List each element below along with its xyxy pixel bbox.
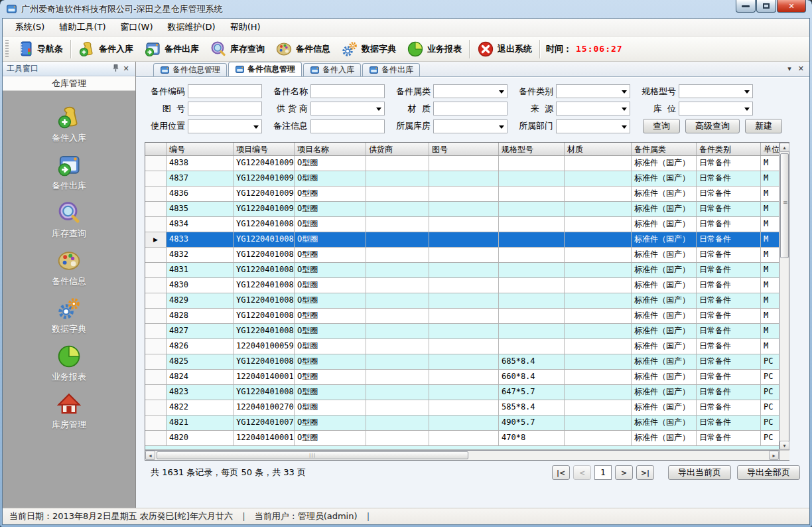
usage-position-select[interactable] bbox=[188, 119, 262, 133]
table-row[interactable]: 4827YG12204010082O型圈标准件（国产）日常备件M bbox=[145, 324, 779, 339]
toolbar-business-report[interactable]: 业务报表 bbox=[401, 38, 467, 60]
drawing-no-input[interactable] bbox=[188, 104, 261, 116]
menu-data-maintain[interactable]: 数据维护(D) bbox=[161, 19, 223, 36]
menu-window[interactable]: 窗口(W) bbox=[113, 19, 161, 36]
row-selector[interactable] bbox=[145, 400, 167, 415]
row-selector[interactable]: ▶ bbox=[145, 232, 167, 247]
spec-model-select[interactable] bbox=[679, 84, 753, 98]
toolbar-stock-query[interactable]: 库存查询 bbox=[204, 38, 270, 60]
close-icon[interactable]: ✕ bbox=[121, 64, 131, 73]
table-row[interactable]: 4831YG12204010086O型圈标准件（国产）日常备件M bbox=[145, 263, 779, 278]
sidebar-item-business-report[interactable]: 业务报表 bbox=[3, 344, 135, 383]
column-header[interactable]: 单位 bbox=[761, 143, 779, 155]
last-page-button[interactable]: >| bbox=[636, 465, 654, 480]
row-selector[interactable] bbox=[145, 278, 167, 293]
warehouse-select[interactable] bbox=[433, 119, 508, 133]
remark-input[interactable] bbox=[310, 119, 385, 133]
export-all-pages-button[interactable]: 导出全部页 bbox=[737, 465, 800, 480]
drawing-no-input[interactable] bbox=[188, 102, 262, 115]
scroll-left-icon[interactable]: ◂ bbox=[145, 451, 155, 460]
row-selector[interactable] bbox=[145, 385, 167, 400]
part-name-input[interactable] bbox=[311, 86, 384, 99]
advanced-query-button[interactable]: 高级查询 bbox=[685, 119, 740, 133]
new-button[interactable]: 新建 bbox=[745, 119, 782, 133]
query-button[interactable]: 查询 bbox=[643, 119, 680, 133]
part-name-input[interactable] bbox=[310, 84, 385, 98]
row-selector[interactable] bbox=[145, 293, 167, 308]
column-header[interactable]: 材质 bbox=[565, 143, 632, 155]
table-row[interactable]: 4832YG12204010087O型圈标准件（国产）日常备件M bbox=[145, 248, 779, 263]
row-selector[interactable] bbox=[145, 339, 167, 354]
row-selector[interactable] bbox=[145, 156, 167, 171]
row-selector[interactable] bbox=[145, 309, 167, 323]
menu-help[interactable]: 帮助(H) bbox=[223, 19, 268, 36]
first-page-button[interactable]: |< bbox=[552, 465, 570, 480]
tab-parts-outbound[interactable]: 备件出库 bbox=[362, 63, 420, 76]
column-header[interactable]: 规格型号 bbox=[499, 143, 565, 155]
horizontal-scrollbar[interactable]: ◂ ||| ▸ bbox=[145, 450, 779, 460]
scroll-down-icon[interactable]: ▾ bbox=[779, 441, 789, 450]
row-selector[interactable] bbox=[145, 370, 167, 384]
tab-parts-info-mgmt-2[interactable]: 备件信息管理 bbox=[228, 62, 302, 76]
table-row[interactable]: 4828YG12204010083O型圈标准件（国产）日常备件M bbox=[145, 309, 779, 324]
row-selector[interactable] bbox=[145, 202, 167, 216]
toolbar-parts-info[interactable]: 备件信息 bbox=[270, 38, 336, 60]
sidebar-item-data-dictionary[interactable]: 数据字典 bbox=[3, 296, 135, 335]
table-row[interactable]: 48201220401400013O型圈470*8标准件（国产）日常备件PC bbox=[145, 431, 779, 446]
location-select[interactable] bbox=[679, 102, 753, 115]
menu-system[interactable]: 系统(S) bbox=[8, 19, 52, 36]
maximize-button[interactable] bbox=[756, 0, 776, 13]
vertical-scrollbar[interactable]: ▴ ▾ bbox=[779, 143, 789, 460]
remark-input[interactable] bbox=[311, 121, 384, 133]
column-header[interactable]: 项目编号 bbox=[234, 143, 295, 155]
row-selector[interactable] bbox=[145, 324, 167, 339]
column-header[interactable]: 供货商 bbox=[366, 143, 429, 155]
part-code-input[interactable] bbox=[188, 86, 261, 99]
toolbar-data-dictionary[interactable]: 数据字典 bbox=[336, 38, 401, 60]
prev-page-button[interactable]: < bbox=[573, 465, 591, 480]
table-row[interactable]: 48241220401400012O型圈660*8.4标准件（国产）日常备件PC bbox=[145, 370, 779, 385]
tab-parts-info-mgmt-1[interactable]: 备件信息管理 bbox=[153, 63, 227, 76]
hscroll-thumb[interactable]: ||| bbox=[157, 451, 468, 459]
source-select[interactable] bbox=[556, 102, 630, 115]
scroll-right-icon[interactable]: ▸ bbox=[769, 451, 779, 460]
table-row[interactable]: 4823YG12204010080O型圈647*5.7标准件（国产）日常备件PC bbox=[145, 385, 779, 400]
close-button[interactable]: ✕ bbox=[777, 0, 806, 13]
table-row[interactable]: 4821YG12204010079O型圈490*5.7标准件（国产）日常备件PC bbox=[145, 415, 779, 431]
chevron-down-icon[interactable]: ▾ bbox=[787, 64, 791, 73]
column-header[interactable]: 编号 bbox=[167, 143, 234, 155]
toolbar-grip[interactable] bbox=[5, 40, 9, 58]
column-header[interactable]: 备件类别 bbox=[697, 143, 761, 155]
department-select[interactable] bbox=[556, 119, 630, 133]
part-type-select[interactable] bbox=[556, 84, 630, 98]
row-selector[interactable] bbox=[145, 431, 167, 445]
table-row[interactable]: ▶4833YG12204010088O型圈标准件（国产）日常备件M bbox=[145, 232, 779, 248]
part-code-input[interactable] bbox=[188, 84, 262, 98]
part-category-select[interactable] bbox=[433, 84, 508, 98]
table-row[interactable]: 4830YG12204010085O型圈标准件（国产）日常备件M bbox=[145, 278, 779, 293]
sidebar-item-parts-inbound[interactable]: 备件入库 bbox=[3, 105, 135, 144]
table-row[interactable]: 4836YG12204010091O型圈标准件（国产）日常备件M bbox=[145, 187, 779, 202]
pin-icon[interactable] bbox=[110, 64, 121, 74]
column-header[interactable]: 项目名称 bbox=[295, 143, 366, 155]
sidebar-item-parts-outbound[interactable]: 备件出库 bbox=[3, 153, 135, 192]
toolbar-parts-outbound[interactable]: 备件出库 bbox=[139, 38, 204, 60]
row-selector[interactable] bbox=[145, 217, 167, 232]
table-row[interactable]: 4838YG12204010093O型圈标准件（国产）日常备件M bbox=[145, 156, 779, 171]
row-selector[interactable] bbox=[145, 263, 167, 277]
page-number-input[interactable]: 1 bbox=[594, 465, 612, 480]
minimize-button[interactable] bbox=[736, 0, 756, 13]
toolbar-parts-inbound[interactable]: 备件入库 bbox=[73, 38, 139, 60]
table-row[interactable]: 48221220401002700O型圈585*8.4标准件（国产）日常备件PC bbox=[145, 400, 779, 415]
column-header[interactable]: 备件属类 bbox=[632, 143, 697, 155]
scroll-up-icon[interactable]: ▴ bbox=[779, 143, 789, 152]
close-icon[interactable]: ✕ bbox=[798, 64, 804, 73]
row-selector[interactable] bbox=[145, 171, 167, 186]
row-selector[interactable] bbox=[145, 248, 167, 262]
table-row[interactable]: 4835YG12204010090O型圈标准件（国产）日常备件M bbox=[145, 202, 779, 217]
sidebar-item-parts-info[interactable]: 备件信息 bbox=[3, 248, 135, 287]
row-selector[interactable] bbox=[145, 415, 167, 430]
table-row[interactable]: 4834YG12204010089O型圈标准件（国产）日常备件M bbox=[145, 217, 779, 232]
export-current-page-button[interactable]: 导出当前页 bbox=[668, 465, 731, 480]
supplier-select[interactable] bbox=[310, 102, 385, 115]
